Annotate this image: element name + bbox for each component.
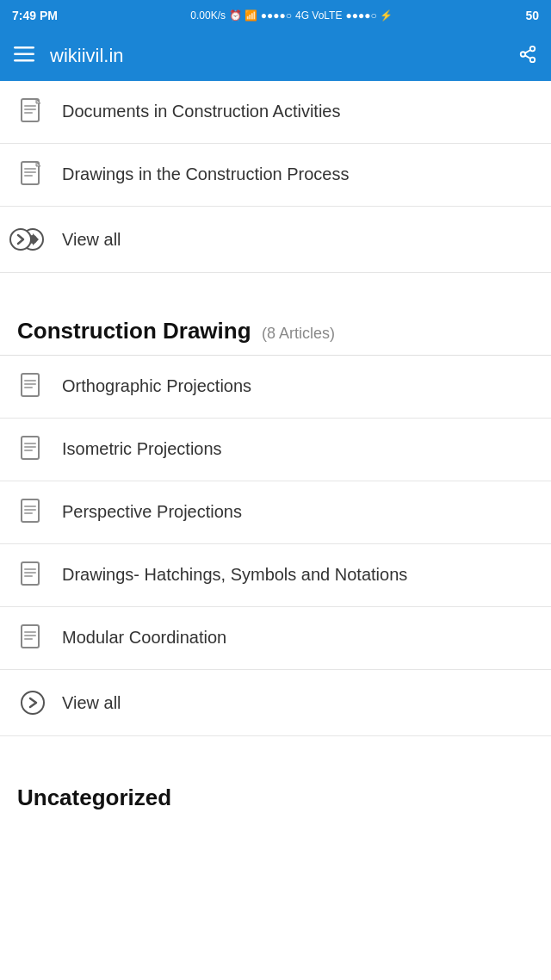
top-bar: wikiivil.in (0, 31, 551, 81)
status-battery: 50 (525, 9, 539, 22)
svg-rect-27 (24, 450, 33, 451)
svg-rect-11 (24, 112, 33, 114)
uncategorized-section-header: Uncategorized (0, 757, 551, 822)
svg-rect-10 (24, 109, 36, 110)
svg-rect-2 (14, 59, 34, 62)
document-icon (17, 497, 48, 528)
uncategorized-title: Uncategorized (17, 785, 171, 810)
list-item[interactable]: Modular Coordination (0, 607, 551, 670)
svg-rect-21 (24, 380, 36, 381)
svg-rect-0 (14, 47, 34, 49)
svg-rect-23 (24, 387, 33, 388)
svg-rect-31 (24, 512, 33, 514)
svg-rect-33 (24, 568, 36, 570)
svg-point-40 (22, 692, 44, 714)
spacer-2 (0, 736, 551, 757)
list-item-text: Orthographic Projections (62, 371, 251, 398)
list-item[interactable]: Perspective Projections (0, 481, 551, 544)
status-time: 7:49 PM (12, 9, 58, 22)
arrow-circle-icon (17, 224, 48, 255)
svg-rect-1 (14, 53, 34, 56)
list-item[interactable]: Documents in Construction Activities (0, 81, 551, 144)
svg-line-6 (525, 55, 530, 59)
svg-rect-22 (24, 383, 36, 385)
svg-rect-38 (24, 635, 36, 636)
list-item[interactable]: Orthographic Projections (0, 356, 551, 419)
section-header-construction: Construction Drawing (8 Articles) (0, 290, 551, 355)
list-item[interactable]: Drawings in the Construction Process (0, 144, 551, 207)
view-all-button-1[interactable]: View all (0, 207, 551, 273)
svg-line-7 (525, 49, 530, 53)
view-all-text-2: View all (62, 693, 121, 713)
svg-rect-9 (24, 105, 36, 107)
list-item-text: Drawings- Hatchings, Symbols and Notatio… (62, 560, 407, 586)
svg-point-4 (521, 52, 526, 57)
app-title: wikiivil.in (50, 45, 518, 67)
section-count: (8 Articles) (262, 325, 335, 342)
main-content: Documents in Construction Activities Dra… (0, 81, 551, 822)
view-all-text: View all (62, 230, 121, 250)
svg-point-5 (530, 57, 536, 62)
svg-rect-13 (24, 168, 36, 170)
svg-rect-34 (24, 572, 36, 574)
svg-rect-39 (24, 638, 33, 640)
list-item-text: Perspective Projections (62, 497, 242, 524)
svg-rect-30 (24, 509, 36, 511)
status-network: 0.00K/s ⏰ 📶 ●●●●○ 4G VoLTE ●●●●○ ⚡ (190, 9, 393, 22)
section-title: Construction Drawing (17, 318, 251, 344)
svg-point-19 (10, 229, 31, 250)
svg-rect-35 (24, 575, 33, 577)
document-icon (17, 371, 48, 402)
hamburger-icon[interactable] (14, 47, 34, 65)
svg-rect-37 (24, 631, 36, 633)
status-bar: 7:49 PM 0.00K/s ⏰ 📶 ●●●●○ 4G VoLTE ●●●●○… (0, 0, 551, 31)
list-item[interactable]: Isometric Projections (0, 419, 551, 481)
list-item-text: Modular Coordination (62, 623, 226, 649)
share-icon[interactable] (518, 45, 537, 68)
document-icon (17, 560, 48, 591)
svg-rect-15 (24, 175, 33, 177)
svg-rect-29 (24, 506, 36, 507)
arrow-circle-icon-2 (17, 687, 48, 718)
list-item-text: Drawings in the Construction Process (62, 159, 349, 186)
spacer (0, 273, 551, 290)
svg-rect-26 (24, 446, 36, 448)
document-icon (17, 623, 48, 654)
svg-rect-14 (24, 171, 36, 173)
view-all-button-2[interactable]: View all (0, 670, 551, 736)
list-item-text: Documents in Construction Activities (62, 96, 340, 123)
document-icon (17, 96, 48, 127)
svg-point-3 (530, 46, 536, 51)
list-item-text: Isometric Projections (62, 434, 222, 461)
document-icon (17, 159, 48, 190)
document-icon (17, 434, 48, 465)
svg-rect-25 (24, 443, 36, 444)
list-item[interactable]: Drawings- Hatchings, Symbols and Notatio… (0, 544, 551, 607)
